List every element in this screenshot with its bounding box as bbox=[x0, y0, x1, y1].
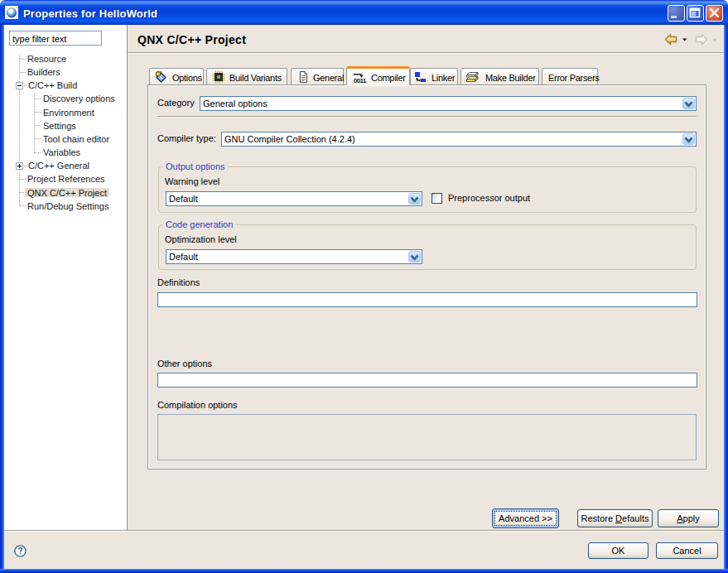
svg-text:0011: 0011 bbox=[354, 77, 367, 84]
svg-text:?: ? bbox=[17, 547, 22, 556]
